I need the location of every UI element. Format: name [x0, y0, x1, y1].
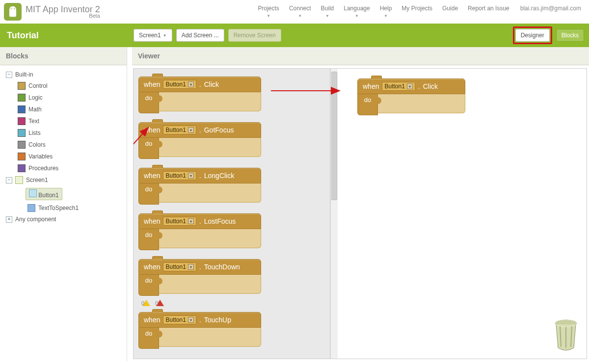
warning-row: 0 0	[142, 300, 325, 306]
screen-icon	[15, 176, 23, 184]
account-email[interactable]: blai.ras.jim@gmail.com	[515, 3, 585, 14]
blocks-tree: −Built-in Control Logic Math Text Lists …	[0, 65, 127, 229]
chevron-down-icon: ▼	[407, 83, 413, 89]
event-block-click[interactable]: whenButton1▼.Click do	[138, 77, 261, 113]
component-select[interactable]: Button1▼	[163, 262, 196, 271]
component-select[interactable]: Button1▼	[163, 217, 196, 226]
swatch-icon	[18, 153, 26, 160]
tree-any-component[interactable]: +Any component	[4, 214, 123, 225]
swatch-icon	[18, 164, 26, 172]
chevron-down-icon: ▼	[298, 14, 302, 18]
viewer-body: whenButton1▼.Click do whenButton1▼.GotFo…	[133, 68, 587, 359]
app-title-block: MIT App Inventor 2 Beta	[26, 5, 100, 19]
svg-point-0	[11, 8, 12, 9]
component-select[interactable]: Button1▼	[163, 171, 196, 180]
top-nav: Projects▼ Connect▼ Build▼ Language▼ Help…	[254, 3, 585, 21]
designer-button[interactable]: Designer	[515, 29, 550, 42]
button-icon	[29, 189, 37, 197]
add-screen-button[interactable]: Add Screen ...	[176, 29, 224, 42]
block-drawer[interactable]: whenButton1▼.Click do whenButton1▼.GotFo…	[134, 69, 330, 359]
content: Blocks −Built-in Control Logic Math Text…	[0, 47, 589, 361]
swatch-icon	[18, 141, 26, 149]
nav-guide[interactable]: Guide	[438, 3, 462, 14]
component-select[interactable]: Button1▼	[163, 315, 196, 324]
trash-icon[interactable]	[552, 317, 580, 352]
blocks-button[interactable]: Blocks	[556, 29, 584, 42]
screen-dropdown[interactable]: Screen1▼	[134, 29, 172, 42]
swatch-icon	[18, 82, 26, 90]
swatch-icon	[18, 94, 26, 102]
chevron-down-icon: ▼	[188, 81, 194, 87]
chevron-down-icon: ▼	[188, 127, 194, 133]
do-slot[interactable]	[159, 183, 261, 203]
cat-variables[interactable]: Variables	[4, 151, 123, 162]
chevron-down-icon: ▼	[355, 14, 359, 18]
expand-icon[interactable]: +	[6, 216, 12, 223]
component-select[interactable]: Button1▼	[382, 82, 415, 91]
nav-language[interactable]: Language▼	[340, 3, 374, 21]
nav-build[interactable]: Build▼	[317, 3, 338, 21]
event-block-touchup[interactable]: whenButton1▼.TouchUp do	[138, 312, 261, 349]
collapse-icon[interactable]: −	[6, 72, 12, 78]
cat-text[interactable]: Text	[4, 115, 123, 127]
swatch-icon	[18, 129, 26, 137]
chevron-down-icon: ▼	[384, 14, 388, 18]
chevron-down-icon: ▼	[325, 14, 329, 18]
android-icon	[6, 6, 19, 17]
canvas-block-click[interactable]: whenButton1▼.Click do	[357, 78, 465, 115]
do-slot[interactable]	[159, 92, 261, 111]
scroll-thumb[interactable]	[331, 72, 337, 200]
do-slot[interactable]	[159, 328, 261, 347]
tree-button1[interactable]: Button1	[4, 186, 123, 202]
drawer-scrollbar[interactable]	[330, 69, 338, 359]
nav-projects[interactable]: Projects▼	[254, 3, 283, 21]
nav-my-projects[interactable]: My Projects	[398, 3, 436, 14]
collapse-icon[interactable]: −	[6, 177, 12, 183]
cat-math[interactable]: Math	[4, 104, 123, 115]
chevron-down-icon: ▼	[188, 173, 194, 179]
chevron-down-icon: ▼	[163, 33, 167, 38]
tree-screen1[interactable]: −Screen1	[4, 174, 123, 186]
app-logo	[4, 3, 22, 21]
chevron-down-icon: ▼	[267, 14, 270, 18]
cat-control[interactable]: Control	[4, 80, 123, 92]
do-slot[interactable]	[159, 229, 261, 248]
blocks-sidebar: Blocks −Built-in Control Logic Math Text…	[0, 47, 127, 361]
component-select[interactable]: Button1▼	[163, 80, 196, 89]
swatch-icon	[18, 105, 26, 113]
do-slot[interactable]	[378, 94, 465, 113]
cat-logic[interactable]: Logic	[4, 92, 123, 104]
cat-procedures[interactable]: Procedures	[4, 162, 123, 174]
viewer-title: Viewer	[132, 47, 589, 65]
event-block-lostfocus[interactable]: whenButton1▼.LostFocus do	[138, 213, 261, 250]
remove-screen-button: Remove Screen	[228, 29, 281, 42]
project-title: Tutorial	[7, 30, 130, 41]
tree-builtin[interactable]: −Built-in	[4, 69, 123, 80]
top-bar: MIT App Inventor 2 Beta Projects▼ Connec…	[0, 0, 589, 24]
component-select[interactable]: Button1▼	[163, 126, 196, 134]
event-block-gotfocus[interactable]: whenButton1▼.GotFocus do	[138, 122, 261, 159]
tree-tts[interactable]: TextToSpeech1	[4, 202, 123, 214]
event-block-touchdown[interactable]: whenButton1▼.TouchDown do	[138, 259, 261, 296]
event-block-longclick[interactable]: whenButton1▼.LongClick do	[138, 168, 261, 205]
cat-colors[interactable]: Colors	[4, 139, 123, 151]
nav-report-issue[interactable]: Report an Issue	[464, 3, 513, 14]
do-slot[interactable]	[159, 275, 261, 294]
swatch-icon	[18, 117, 26, 125]
cat-lists[interactable]: Lists	[4, 127, 123, 139]
blocks-canvas[interactable]: whenButton1▼.Click do	[338, 69, 587, 359]
action-bar: Tutorial Screen1▼ Add Screen ... Remove …	[0, 24, 589, 47]
speech-icon	[27, 204, 35, 212]
chevron-down-icon: ▼	[188, 218, 194, 224]
chevron-down-icon: ▼	[188, 317, 194, 323]
viewer-panel: Viewer whenButton1▼.Click do whenButton1…	[132, 47, 589, 361]
svg-point-1	[14, 8, 15, 9]
sidebar-title: Blocks	[0, 47, 127, 65]
chevron-down-icon: ▼	[188, 264, 194, 270]
nav-connect[interactable]: Connect▼	[285, 3, 315, 21]
designer-highlight: Designer	[513, 26, 552, 44]
nav-help[interactable]: Help▼	[376, 3, 396, 21]
do-slot[interactable]	[159, 138, 261, 157]
